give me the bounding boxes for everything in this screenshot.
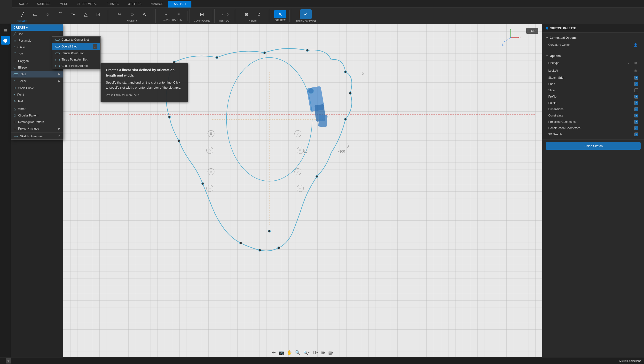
project-btn[interactable]: ∿: [139, 10, 151, 19]
canvas-zoom-btn[interactable]: 🔍: [295, 350, 300, 355]
insert2-btn[interactable]: 🗋: [253, 10, 265, 19]
arc-btn[interactable]: ⌒: [54, 10, 66, 19]
canvas-camera-btn[interactable]: 📷: [279, 350, 284, 355]
svg-marker-45: [518, 36, 519, 38]
tab-sketch[interactable]: SKETCH: [168, 1, 192, 8]
canvas-pan-btn[interactable]: ✋: [287, 350, 292, 355]
insert-btn[interactable]: ⊕: [240, 10, 252, 19]
rect-btn[interactable]: ▭: [29, 10, 41, 19]
inspect-btn[interactable]: ⟺: [219, 10, 231, 19]
toolbar-tabs: SOLID SURFACE MESH SHEET METAL PLASTIC U…: [12, 1, 194, 8]
constraint-eq-btn[interactable]: =: [173, 11, 185, 18]
snap-checkbox[interactable]: ✓: [634, 82, 638, 86]
tab-plastic[interactable]: PLASTIC: [102, 1, 123, 8]
look-at-row: Look At 🗓: [542, 67, 644, 74]
cpa-slot-icon: [55, 65, 60, 67]
configure-label[interactable]: CONFIGURE: [194, 19, 210, 22]
slot-btn[interactable]: ⊡: [92, 10, 104, 19]
status-icon-btn[interactable]: ⚙: [6, 358, 11, 364]
menu-mirror[interactable]: △ Mirror: [11, 106, 63, 112]
spline-arrow: ▶: [58, 80, 60, 83]
submenu-overall-slot[interactable]: Overall Slot …: [52, 43, 100, 50]
tab-utilities[interactable]: UTILITIES: [124, 1, 146, 8]
select-label[interactable]: SELECT: [275, 19, 286, 22]
line-btn[interactable]: ╱: [17, 10, 29, 19]
line-icon: ╱: [14, 32, 16, 36]
inspect-section: ⟺ INSPECT: [216, 10, 234, 22]
menu-slot[interactable]: Slot ▶: [11, 71, 63, 78]
constraints-checkbox[interactable]: ✓: [634, 114, 638, 118]
canvas-zoom-fit-btn[interactable]: 🔍▾: [303, 350, 310, 355]
conic-menu-icon: ∪: [14, 86, 16, 90]
left-panel: ☰ ⬤: [0, 24, 11, 364]
svg-text:⚙: ⚙: [209, 187, 211, 190]
submenu-center-point-arc[interactable]: Center Point Arc Slot: [52, 63, 100, 69]
trim-btn[interactable]: ✂: [113, 10, 126, 19]
linetype-right-icon[interactable]: ⊞: [633, 60, 638, 66]
finish-sketch-panel-area: Finish Sketch: [542, 140, 644, 152]
svg-text:X: X: [520, 36, 520, 39]
canvas-grid-btn[interactable]: ⊞▾: [321, 350, 325, 355]
contextual-arrow: ▼: [546, 36, 548, 39]
canvas-display-btn[interactable]: 🖥▾: [313, 350, 318, 355]
create-label[interactable]: CREATE: [17, 20, 104, 22]
finish-sketch-panel-btn[interactable]: Finish Sketch: [546, 142, 640, 150]
options-header[interactable]: ▼ Options: [542, 53, 644, 59]
dimensions-checkbox[interactable]: ✓: [634, 107, 638, 111]
points-checkbox[interactable]: ✓: [634, 101, 638, 105]
rect-pattern-icon: ⊞: [14, 120, 16, 124]
offset-btn[interactable]: ⊃: [126, 10, 138, 19]
projected-geo-checkbox[interactable]: ✓: [634, 120, 638, 124]
svg-point-43: [308, 88, 314, 94]
submenu-three-point-arc[interactable]: Three Point Arc Slot: [52, 56, 100, 63]
c2c-slot-icon: [55, 39, 60, 41]
submenu-center-point-slot[interactable]: Center Point Slot: [52, 50, 100, 56]
polygon-btn[interactable]: △: [80, 10, 92, 19]
circle-btn[interactable]: ○: [42, 10, 54, 19]
modify-label[interactable]: MODIFY: [127, 19, 137, 22]
menu-rect-pattern[interactable]: ⊞ Rectangular Pattern: [11, 119, 63, 125]
sketch-grid-checkbox[interactable]: ✓: [634, 76, 638, 80]
constraints-label[interactable]: CONSTRAINTS: [163, 18, 182, 21]
finish-sketch-label[interactable]: FINISH SKETCH: [296, 20, 316, 23]
curvature-person-icon[interactable]: 👤: [633, 42, 638, 48]
left-nav-btn-1[interactable]: ☰: [1, 26, 10, 35]
configure-btn[interactable]: ⊞: [196, 10, 208, 19]
profile-checkbox[interactable]: ✓: [634, 95, 638, 98]
overall-slot-more-btn[interactable]: …: [93, 44, 97, 49]
construction-geo-checkbox[interactable]: ✓: [634, 126, 638, 130]
point-menu-icon: +: [14, 93, 16, 96]
left-nav-btn-2[interactable]: ⬤: [1, 36, 10, 44]
look-at-icon[interactable]: 🗓: [633, 68, 638, 74]
dropdown-header[interactable]: CREATE ▾: [11, 24, 63, 31]
construction-geo-row: Construction Geometries ✓: [542, 125, 644, 131]
select-btn[interactable]: ↖: [274, 10, 286, 18]
tab-mesh[interactable]: MESH: [56, 1, 73, 8]
insert-label[interactable]: INSERT: [248, 19, 258, 22]
linetype-left-icon[interactable]: ‹: [626, 60, 631, 66]
menu-sketch-dim[interactable]: ⟺ Sketch Dimension D: [11, 133, 63, 140]
tab-solid[interactable]: SOLID: [15, 1, 32, 8]
tab-surface[interactable]: SURFACE: [33, 1, 55, 8]
menu-text[interactable]: A Text: [11, 98, 63, 104]
menu-circular-pattern[interactable]: ⊙ Circular Pattern: [11, 112, 63, 119]
finish-sketch-btn[interactable]: ✓: [300, 9, 312, 19]
canvas-move-btn[interactable]: ✛: [272, 350, 276, 355]
constraint-h-btn[interactable]: ↔: [160, 11, 172, 18]
menu-conic[interactable]: ∪ Conic Curve: [11, 85, 63, 91]
slice-checkbox[interactable]: [634, 88, 638, 92]
svg-rect-42: [318, 114, 328, 127]
tab-manage[interactable]: MANAGE: [146, 1, 168, 8]
contextual-options-header[interactable]: ▼ Contextual Options: [542, 35, 644, 41]
menu-spline[interactable]: 〜 Spline ▶: [11, 78, 63, 85]
submenu-center-to-center[interactable]: Center to Center Slot: [52, 36, 100, 43]
canvas-view-btn[interactable]: ▦▾: [328, 350, 333, 355]
status-bar: ⚙ Multiple selections: [0, 357, 644, 364]
spline-btn[interactable]: 〜: [67, 10, 79, 19]
menu-point[interactable]: + Point: [11, 91, 63, 98]
inspect-label[interactable]: INSPECT: [219, 19, 231, 22]
3d-sketch-checkbox[interactable]: ✓: [634, 132, 638, 136]
tab-sheet-metal[interactable]: SHEET METAL: [73, 1, 102, 8]
svg-text:⚙: ⚙: [297, 170, 299, 173]
menu-project-include[interactable]: ⊂ Project / Include ▶: [11, 125, 63, 132]
